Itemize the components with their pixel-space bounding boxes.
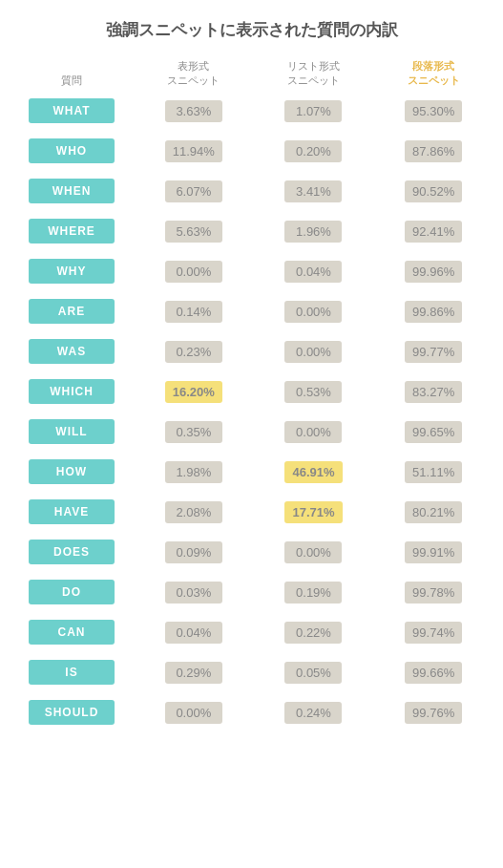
paragraph-value: 80.21%: [373, 496, 493, 529]
row-label-how: HOW: [10, 459, 134, 484]
header-question: 質問: [10, 74, 134, 88]
label-badge: WHY: [29, 259, 115, 284]
list-value: 0.00%: [254, 536, 374, 569]
paragraph-pill: 83.27%: [405, 381, 462, 403]
table-pill: 0.00%: [165, 261, 222, 283]
paragraph-value: 90.52%: [373, 175, 493, 208]
paragraph-value: 51.11%: [373, 455, 493, 489]
label-badge: WHAT: [29, 98, 115, 123]
table-pill: 0.03%: [165, 582, 222, 603]
table-row: WHEN 6.07% 3.41% 90.52%: [10, 175, 493, 208]
table-pill: 3.63%: [165, 100, 222, 122]
label-badge: ARE: [29, 299, 115, 324]
table-value: 11.94%: [134, 135, 254, 168]
paragraph-value: 99.96%: [373, 255, 493, 288]
list-pill: 0.53%: [284, 381, 342, 403]
table-row: WHICH 16.20% 0.53% 83.27%: [10, 375, 493, 409]
label-badge: WHICH: [29, 379, 115, 404]
table-value: 0.04%: [134, 616, 254, 649]
row-label-was: WAS: [10, 339, 134, 364]
row-label-do: DO: [10, 580, 134, 604]
paragraph-pill: 80.21%: [405, 501, 462, 523]
row-label-does: DOES: [10, 540, 134, 564]
row-label-why: WHY: [10, 259, 134, 284]
table-pill: 0.29%: [165, 662, 222, 684]
row-label-are: ARE: [10, 299, 134, 324]
table-row: WHO 11.94% 0.20% 87.86%: [10, 135, 493, 168]
paragraph-pill: 99.74%: [405, 622, 462, 644]
list-value: 0.22%: [254, 616, 374, 649]
table-pill: 0.35%: [165, 421, 222, 443]
table-row: CAN 0.04% 0.22% 99.74%: [10, 616, 493, 649]
table-value: 0.35%: [134, 415, 254, 449]
paragraph-value: 83.27%: [373, 375, 493, 409]
list-value: 3.41%: [254, 175, 374, 208]
table-value: 2.08%: [134, 496, 254, 529]
list-value: 0.53%: [254, 375, 374, 409]
label-badge: SHOULD: [29, 700, 115, 725]
header-paragraph: 段落形式 スニペット: [373, 59, 493, 89]
label-badge: CAN: [29, 620, 115, 645]
paragraph-value: 99.65%: [373, 415, 493, 449]
list-pill: 1.07%: [284, 100, 342, 122]
list-value: 17.71%: [254, 496, 374, 529]
table-row: WILL 0.35% 0.00% 99.65%: [10, 415, 493, 449]
list-pill: 0.20%: [284, 140, 342, 162]
paragraph-value: 92.41%: [373, 215, 493, 248]
table-value: 6.07%: [134, 175, 254, 208]
header-list: リスト形式 スニペット: [254, 59, 374, 89]
table-pill: 0.04%: [165, 622, 222, 644]
paragraph-value: 95.30%: [373, 95, 493, 128]
table-pill: 5.63%: [165, 221, 222, 243]
table-row: IS 0.29% 0.05% 99.66%: [10, 656, 493, 689]
list-pill: 1.96%: [284, 221, 342, 243]
paragraph-pill: 90.52%: [405, 180, 462, 202]
row-label-is: IS: [10, 660, 134, 685]
table-value: 0.29%: [134, 656, 254, 689]
label-badge: DO: [29, 580, 115, 604]
label-badge: WHERE: [29, 219, 115, 243]
list-value: 0.20%: [254, 135, 374, 168]
row-label-can: CAN: [10, 620, 134, 645]
paragraph-pill: 92.41%: [405, 221, 462, 243]
paragraph-pill: 87.86%: [405, 140, 462, 162]
table-row: SHOULD 0.00% 0.24% 99.76%: [10, 696, 493, 730]
list-value: 0.00%: [254, 335, 374, 369]
table-value: 0.00%: [134, 696, 254, 730]
list-value: 0.24%: [254, 696, 374, 730]
row-label-what: WHAT: [10, 98, 134, 123]
paragraph-pill: 99.91%: [405, 541, 462, 563]
list-pill: 0.00%: [284, 301, 342, 323]
list-pill: 0.00%: [284, 541, 342, 563]
paragraph-pill: 95.30%: [405, 100, 462, 122]
paragraph-value: 99.76%: [373, 696, 493, 730]
list-pill: 0.00%: [284, 341, 342, 363]
table-value: 5.63%: [134, 215, 254, 248]
list-value: 1.96%: [254, 215, 374, 248]
paragraph-value: 99.77%: [373, 335, 493, 369]
table-pill: 0.23%: [165, 341, 222, 363]
list-pill: 0.05%: [284, 662, 342, 684]
paragraph-value: 99.86%: [373, 295, 493, 328]
table-pill: 2.08%: [165, 501, 222, 523]
header-table: 表形式 スニペット: [134, 59, 254, 89]
paragraph-value: 99.91%: [373, 536, 493, 569]
paragraph-value: 99.74%: [373, 616, 493, 649]
list-pill: 3.41%: [284, 180, 342, 202]
table-pill: 0.14%: [165, 301, 222, 323]
table-value: 0.09%: [134, 536, 254, 569]
list-pill: 17.71%: [284, 501, 342, 523]
paragraph-pill: 99.86%: [405, 301, 462, 323]
label-badge: WHEN: [29, 179, 115, 203]
list-pill: 0.22%: [284, 622, 342, 644]
table-value: 16.20%: [134, 375, 254, 409]
paragraph-value: 99.66%: [373, 656, 493, 689]
table-pill: 6.07%: [165, 180, 222, 202]
table-pill: 0.00%: [165, 702, 222, 724]
table-row: WAS 0.23% 0.00% 99.77%: [10, 335, 493, 369]
table-pill: 16.20%: [165, 381, 222, 403]
list-value: 0.05%: [254, 656, 374, 689]
row-label-have: HAVE: [10, 499, 134, 524]
table-value: 1.98%: [134, 455, 254, 489]
table-row: WHERE 5.63% 1.96% 92.41%: [10, 215, 493, 248]
